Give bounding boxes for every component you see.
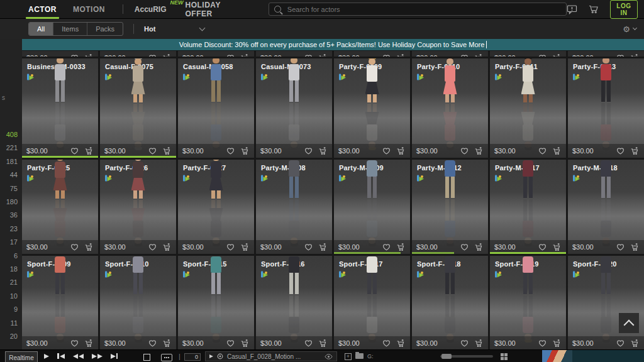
add-to-cart-icon[interactable] <box>318 339 328 348</box>
filter-tab-packs[interactable]: Packs <box>87 23 123 35</box>
favorite-icon[interactable] <box>382 243 391 251</box>
favorite-icon[interactable] <box>538 243 547 251</box>
skip-to-start-button[interactable] <box>57 353 65 359</box>
view-settings[interactable]: ⚙ <box>623 25 636 33</box>
sidebar-count[interactable]: 75 <box>0 182 22 195</box>
grid-view-icon[interactable] <box>501 353 508 360</box>
favorite-icon[interactable] <box>304 147 313 155</box>
favorite-icon[interactable] <box>460 147 469 155</box>
actor-card[interactable]: Party-M-0012$30.00 <box>412 160 488 254</box>
add-to-cart-icon[interactable] <box>318 146 328 155</box>
skip-to-end-button[interactable] <box>111 353 118 359</box>
actor-card[interactable]: Party-M-0018$30.00 <box>568 160 644 254</box>
favorite-icon[interactable] <box>616 147 625 155</box>
add-to-cart-icon[interactable] <box>84 146 94 155</box>
partial-card[interactable]: $30.00 <box>412 51 488 57</box>
search-bar[interactable] <box>269 3 567 16</box>
favorite-icon[interactable] <box>460 339 469 347</box>
sidebar-count[interactable]: 9 <box>0 303 22 316</box>
add-to-cart-icon[interactable] <box>240 53 250 57</box>
step-back-button[interactable] <box>73 354 84 359</box>
add-to-cart-icon[interactable] <box>552 243 562 251</box>
add-to-cart-icon[interactable] <box>162 53 172 57</box>
add-to-cart-icon[interactable] <box>552 53 562 57</box>
favorite-icon[interactable] <box>70 243 79 251</box>
add-to-cart-icon[interactable] <box>240 339 250 348</box>
add-to-cart-icon[interactable] <box>396 243 406 251</box>
actor-card[interactable]: Party-M-0008$30.00 <box>256 160 332 254</box>
actor-card[interactable]: Party-F-0011$30.00 <box>490 58 566 158</box>
slider-handle[interactable] <box>441 354 452 359</box>
sidebar-count[interactable]: 6 <box>0 250 22 263</box>
scroll-to-top-button[interactable] <box>619 313 639 333</box>
sidebar-count[interactable]: 408 <box>0 128 22 141</box>
sidebar-count[interactable]: 36 <box>0 209 22 222</box>
sidebar-count[interactable]: 20 <box>0 330 22 343</box>
add-to-cart-icon[interactable] <box>474 53 484 57</box>
sort-dropdown[interactable]: Hot <box>144 25 204 33</box>
actor-card[interactable]: Sport-F-0010$30.00 <box>100 256 176 349</box>
favorite-icon[interactable] <box>304 339 313 347</box>
tab-actor[interactable]: ACTOR <box>28 5 57 14</box>
sidebar-count[interactable]: 181 <box>0 155 22 168</box>
actor-card[interactable]: Party-F-0013$30.00 <box>568 58 644 158</box>
promo-banner[interactable]: Volume Discount: 30% off on every purcha… <box>22 39 644 50</box>
zoom-slider[interactable] <box>440 355 493 358</box>
play-button[interactable] <box>44 354 49 359</box>
add-icon[interactable]: + <box>345 353 352 360</box>
favorite-icon[interactable] <box>460 54 469 57</box>
partial-card[interactable]: $30.00 <box>256 51 332 57</box>
add-to-cart-icon[interactable] <box>474 146 484 155</box>
actor-card[interactable]: Sport-F-0015$30.00 <box>178 256 254 349</box>
add-to-cart-icon[interactable] <box>240 146 250 155</box>
favorite-icon[interactable] <box>226 147 235 155</box>
add-to-cart-icon[interactable] <box>84 339 94 348</box>
add-to-cart-icon[interactable] <box>630 53 640 57</box>
actor-card[interactable]: Casual-M-0073$30.00 <box>256 58 332 158</box>
add-to-cart-icon[interactable] <box>396 339 406 348</box>
sidebar-count[interactable]: 11 <box>0 317 22 330</box>
current-motion-bar[interactable]: Casual_F_0028_Motion ... <box>205 351 337 361</box>
add-to-cart-icon[interactable] <box>84 53 94 57</box>
favorite-icon[interactable] <box>382 54 391 57</box>
add-to-cart-icon[interactable] <box>84 243 94 251</box>
favorite-icon[interactable] <box>304 243 313 251</box>
favorite-icon[interactable] <box>382 339 391 347</box>
actor-card[interactable]: Casual-F-0075$30.00 <box>100 58 176 158</box>
filter-tab-all[interactable]: All <box>29 23 53 35</box>
sidebar-count[interactable]: 18 <box>0 263 22 276</box>
actor-card[interactable]: Sport-F-0018$30.00 <box>412 256 488 349</box>
favorite-icon[interactable] <box>226 339 235 347</box>
stop-button[interactable] <box>143 354 150 361</box>
actor-card[interactable]: Sport-F-0019$30.00 <box>490 256 566 349</box>
partial-card[interactable]: $30.00 <box>100 51 176 57</box>
actor-card[interactable]: Sport-F-0009$30.00 <box>22 256 98 349</box>
nav-holiday-offer[interactable]: HOLIDAY OFFER <box>186 1 243 18</box>
sidebar-count[interactable]: 10 <box>0 290 22 303</box>
add-to-cart-icon[interactable] <box>474 339 484 348</box>
partial-card[interactable]: $30.00 <box>22 51 98 57</box>
actor-card[interactable]: Sport-F-0017$30.00 <box>334 256 410 349</box>
add-to-cart-icon[interactable] <box>630 243 640 251</box>
favorite-icon[interactable] <box>538 147 547 155</box>
nav-accurig[interactable]: AccuRIG NEW <box>135 5 167 14</box>
actor-card[interactable]: Party-F-0025$30.00 <box>22 160 98 254</box>
add-to-cart-icon[interactable] <box>552 146 562 155</box>
preview-thumbnail[interactable] <box>542 350 572 362</box>
favorite-icon[interactable] <box>226 54 235 57</box>
motion-play-icon[interactable] <box>209 354 213 358</box>
step-forward-button[interactable] <box>92 354 103 359</box>
favorite-icon[interactable] <box>148 243 157 251</box>
partial-card[interactable]: $30.00 <box>334 51 410 57</box>
actor-card[interactable]: Party-M-0009$30.00 <box>334 160 410 254</box>
add-to-cart-icon[interactable] <box>240 243 250 251</box>
realtime-dropdown[interactable]: Realtime <box>5 351 38 362</box>
add-to-cart-icon[interactable] <box>396 53 406 57</box>
frames-button[interactable] <box>161 354 172 361</box>
sidebar-count[interactable]: 44 <box>0 168 22 182</box>
favorite-icon[interactable] <box>460 243 469 251</box>
partial-card[interactable]: $30.00 <box>490 51 566 57</box>
favorite-icon[interactable] <box>226 243 235 251</box>
add-to-cart-icon[interactable] <box>162 339 172 348</box>
favorite-icon[interactable] <box>148 147 157 155</box>
